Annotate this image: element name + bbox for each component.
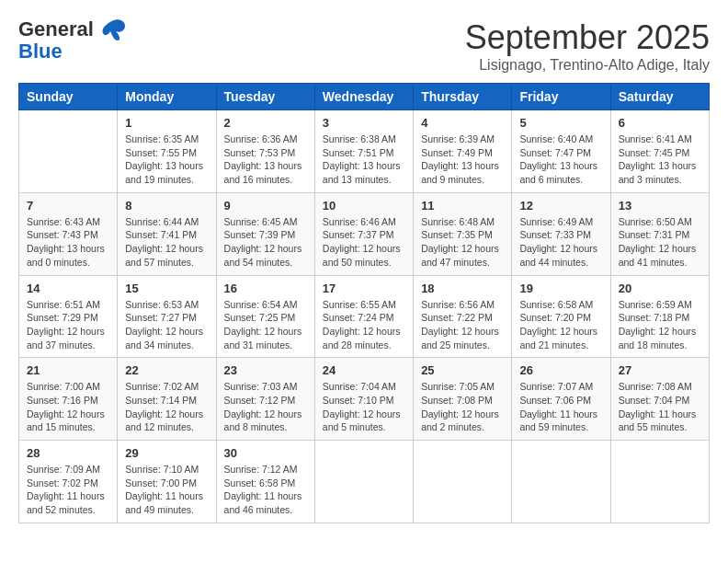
day-info: Sunrise: 7:12 AMSunset: 6:58 PMDaylight:… (224, 463, 307, 517)
day-number: 27 (619, 363, 701, 377)
day-info: Sunrise: 6:53 AMSunset: 7:27 PMDaylight:… (125, 298, 208, 352)
page-header: General Blue September 2025 Lisignago, T… (18, 18, 710, 74)
weekday-header-sunday: Sunday (19, 84, 118, 110)
day-info: Sunrise: 7:02 AMSunset: 7:14 PMDaylight:… (125, 380, 208, 434)
calendar-cell (512, 441, 610, 523)
day-number: 16 (224, 282, 307, 295)
weekday-header-thursday: Thursday (414, 84, 512, 110)
calendar-cell: 21Sunrise: 7:00 AMSunset: 7:16 PMDayligh… (19, 358, 118, 441)
day-info: Sunrise: 7:00 AMSunset: 7:16 PMDaylight:… (27, 380, 109, 434)
weekday-header-monday: Monday (118, 84, 216, 110)
calendar-cell: 26Sunrise: 7:07 AMSunset: 7:06 PMDayligh… (512, 358, 610, 441)
calendar-cell: 4Sunrise: 6:39 AMSunset: 7:49 PMDaylight… (414, 110, 512, 193)
week-row-1: 1Sunrise: 6:35 AMSunset: 7:55 PMDaylight… (19, 110, 710, 193)
day-info: Sunrise: 6:55 AMSunset: 7:24 PMDaylight:… (323, 298, 405, 352)
day-number: 8 (125, 199, 208, 213)
calendar-cell: 27Sunrise: 7:08 AMSunset: 7:04 PMDayligh… (610, 358, 709, 441)
day-number: 18 (421, 282, 504, 295)
weekday-header-friday: Friday (512, 84, 610, 110)
day-number: 12 (519, 199, 602, 213)
month-title: September 2025 (465, 18, 710, 57)
calendar-cell: 23Sunrise: 7:03 AMSunset: 7:12 PMDayligh… (216, 358, 314, 441)
calendar-cell (610, 441, 709, 523)
calendar-cell: 19Sunrise: 6:58 AMSunset: 7:20 PMDayligh… (512, 275, 610, 358)
day-number: 14 (27, 282, 109, 295)
calendar-cell: 18Sunrise: 6:56 AMSunset: 7:22 PMDayligh… (414, 275, 512, 358)
day-number: 19 (519, 282, 602, 295)
calendar-cell: 29Sunrise: 7:10 AMSunset: 7:00 PMDayligh… (118, 441, 216, 523)
day-info: Sunrise: 6:54 AMSunset: 7:25 PMDaylight:… (224, 298, 307, 352)
day-number: 24 (323, 363, 405, 377)
logo-general: General (18, 17, 94, 40)
day-info: Sunrise: 7:09 AMSunset: 7:02 PMDaylight:… (27, 463, 109, 517)
calendar-cell: 25Sunrise: 7:05 AMSunset: 7:08 PMDayligh… (414, 358, 512, 441)
calendar-cell: 24Sunrise: 7:04 AMSunset: 7:10 PMDayligh… (314, 358, 413, 441)
day-number: 7 (27, 199, 109, 213)
week-row-3: 14Sunrise: 6:51 AMSunset: 7:29 PMDayligh… (19, 275, 710, 358)
day-info: Sunrise: 6:58 AMSunset: 7:20 PMDaylight:… (519, 298, 602, 352)
day-number: 10 (323, 199, 405, 213)
calendar-cell: 1Sunrise: 6:35 AMSunset: 7:55 PMDaylight… (118, 110, 216, 193)
day-info: Sunrise: 6:41 AMSunset: 7:45 PMDaylight:… (619, 132, 701, 187)
day-info: Sunrise: 6:43 AMSunset: 7:43 PMDaylight:… (27, 215, 109, 270)
day-number: 5 (519, 116, 602, 130)
day-number: 13 (619, 199, 701, 213)
day-info: Sunrise: 7:08 AMSunset: 7:04 PMDaylight:… (619, 380, 701, 434)
calendar-cell: 5Sunrise: 6:40 AMSunset: 7:47 PMDaylight… (512, 110, 610, 193)
calendar-cell: 16Sunrise: 6:54 AMSunset: 7:25 PMDayligh… (216, 275, 314, 358)
day-number: 9 (224, 199, 307, 213)
day-number: 17 (323, 282, 405, 295)
week-row-4: 21Sunrise: 7:00 AMSunset: 7:16 PMDayligh… (19, 358, 710, 441)
calendar-cell (414, 441, 512, 523)
weekday-header-tuesday: Tuesday (216, 84, 314, 110)
calendar-cell: 14Sunrise: 6:51 AMSunset: 7:29 PMDayligh… (19, 275, 118, 358)
logo: General Blue (18, 18, 127, 63)
day-info: Sunrise: 7:04 AMSunset: 7:10 PMDaylight:… (323, 380, 405, 434)
day-number: 28 (27, 446, 109, 460)
day-info: Sunrise: 6:50 AMSunset: 7:31 PMDaylight:… (619, 215, 701, 270)
day-info: Sunrise: 6:59 AMSunset: 7:18 PMDaylight:… (619, 298, 701, 352)
week-row-5: 28Sunrise: 7:09 AMSunset: 7:02 PMDayligh… (19, 441, 710, 523)
calendar-cell: 11Sunrise: 6:48 AMSunset: 7:35 PMDayligh… (414, 192, 512, 275)
day-info: Sunrise: 6:49 AMSunset: 7:33 PMDaylight:… (519, 215, 602, 270)
week-row-2: 7Sunrise: 6:43 AMSunset: 7:43 PMDaylight… (19, 192, 710, 275)
location-subtitle: Lisignago, Trentino-Alto Adige, Italy (465, 57, 710, 74)
calendar-table: SundayMondayTuesdayWednesdayThursdayFrid… (18, 83, 710, 523)
day-number: 21 (27, 363, 109, 377)
calendar-cell: 28Sunrise: 7:09 AMSunset: 7:02 PMDayligh… (19, 441, 118, 523)
weekday-header-row: SundayMondayTuesdayWednesdayThursdayFrid… (19, 84, 710, 110)
day-number: 29 (125, 446, 208, 460)
day-info: Sunrise: 6:46 AMSunset: 7:37 PMDaylight:… (323, 215, 405, 270)
day-number: 30 (224, 446, 307, 460)
day-info: Sunrise: 6:39 AMSunset: 7:49 PMDaylight:… (421, 132, 504, 187)
logo-blue: Blue (18, 40, 63, 63)
calendar-cell: 2Sunrise: 6:36 AMSunset: 7:53 PMDaylight… (216, 110, 314, 193)
day-number: 22 (125, 363, 208, 377)
day-number: 11 (421, 199, 504, 213)
day-number: 4 (421, 116, 504, 130)
day-info: Sunrise: 6:48 AMSunset: 7:35 PMDaylight:… (421, 215, 504, 270)
day-info: Sunrise: 7:10 AMSunset: 7:00 PMDaylight:… (125, 463, 208, 517)
calendar-cell: 3Sunrise: 6:38 AMSunset: 7:51 PMDaylight… (314, 110, 413, 193)
title-section: September 2025 Lisignago, Trentino-Alto … (465, 18, 710, 74)
calendar-cell (314, 441, 413, 523)
day-number: 6 (619, 116, 701, 130)
day-info: Sunrise: 6:35 AMSunset: 7:55 PMDaylight:… (125, 132, 208, 187)
day-number: 1 (125, 116, 208, 130)
calendar-cell: 9Sunrise: 6:45 AMSunset: 7:39 PMDaylight… (216, 192, 314, 275)
day-number: 3 (323, 116, 405, 130)
day-info: Sunrise: 6:44 AMSunset: 7:41 PMDaylight:… (125, 215, 208, 270)
day-info: Sunrise: 6:51 AMSunset: 7:29 PMDaylight:… (27, 298, 109, 352)
day-number: 20 (619, 282, 701, 295)
calendar-cell: 15Sunrise: 6:53 AMSunset: 7:27 PMDayligh… (118, 275, 216, 358)
calendar-cell (19, 110, 118, 193)
day-info: Sunrise: 6:56 AMSunset: 7:22 PMDaylight:… (421, 298, 504, 352)
day-number: 25 (421, 363, 504, 377)
logo-text-block: General Blue (18, 18, 127, 63)
calendar-cell: 17Sunrise: 6:55 AMSunset: 7:24 PMDayligh… (314, 275, 413, 358)
day-info: Sunrise: 6:40 AMSunset: 7:47 PMDaylight:… (519, 132, 602, 187)
calendar-cell: 6Sunrise: 6:41 AMSunset: 7:45 PMDaylight… (610, 110, 709, 193)
day-info: Sunrise: 7:03 AMSunset: 7:12 PMDaylight:… (224, 380, 307, 434)
day-info: Sunrise: 6:45 AMSunset: 7:39 PMDaylight:… (224, 215, 307, 270)
day-number: 2 (224, 116, 307, 130)
